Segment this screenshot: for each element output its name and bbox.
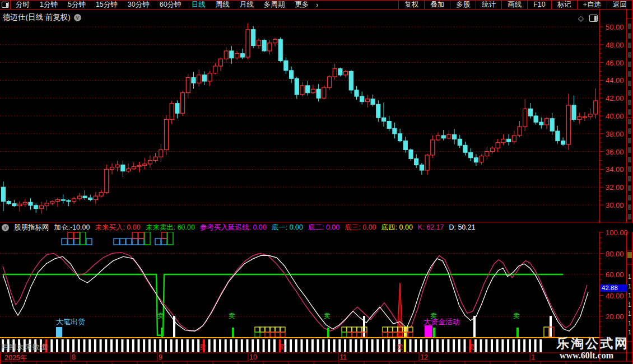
collapse-icon[interactable]: v bbox=[74, 14, 81, 21]
strip-digit: 1 bbox=[628, 273, 631, 280]
price-axis-label: 36.00 bbox=[606, 148, 624, 156]
indicator-axis-label: 40.00 bbox=[606, 292, 624, 300]
pattern-blocks bbox=[62, 232, 173, 245]
indicator-header-value: 底二: 0.00 bbox=[308, 223, 339, 232]
indicator-current-value: 42.88 bbox=[600, 284, 627, 292]
price-axis-label: 46.00 bbox=[606, 59, 624, 67]
indicator-header-value: 股朋指标网 bbox=[14, 223, 49, 232]
strip-digit: 1 bbox=[628, 283, 631, 290]
indicator-header-value: 底一: 0.00 bbox=[272, 223, 303, 232]
sell-marker-label: 卖 bbox=[157, 311, 164, 321]
sell-marker-label: 卖 bbox=[324, 311, 331, 321]
bar-comb bbox=[2, 339, 542, 352]
main-gridlines bbox=[0, 27, 598, 205]
price-axis-label: 48.00 bbox=[606, 41, 624, 49]
stock-title: 德迈仕(日线 前复权) bbox=[3, 12, 71, 22]
strip-digit: 1 bbox=[628, 310, 631, 317]
candlestick-series bbox=[2, 24, 598, 214]
indicator-collapse-icon[interactable]: v bbox=[2, 224, 9, 231]
price-axis-label: 34.00 bbox=[606, 165, 624, 174]
chart-frame bbox=[0, 0, 633, 364]
chart-canvas[interactable] bbox=[0, 0, 633, 364]
window-icons: ◇ bbox=[578, 14, 598, 22]
strip-digit: 1 bbox=[628, 292, 631, 298]
date-label: 8 bbox=[72, 353, 76, 361]
sell-marker-label: 卖 bbox=[229, 311, 235, 321]
price-axis-label: 44.00 bbox=[606, 76, 624, 85]
app-window: 分时1分钟5分钟15分钟30分钟60分钟日线周线月线多周期更多› 复权叠加多股统… bbox=[0, 0, 633, 364]
indicator-axis-label: 20.00 bbox=[606, 312, 624, 321]
sell-marker-label-red: 卖 bbox=[397, 343, 403, 352]
indicator-header: v 股朋指标网加仓:-10.00未来买入: 0.00未来卖出: 60.00参考买… bbox=[0, 223, 633, 232]
indicator-header-value: 底三: 0.00 bbox=[345, 223, 376, 232]
strip-digit: 1 bbox=[628, 301, 631, 308]
signal-bars bbox=[0, 316, 599, 338]
indicator-header-value: 参考买入延迟线: 0.00 bbox=[200, 223, 267, 232]
indicator-header-value: 底四: 0.00 bbox=[381, 223, 413, 232]
indicator-axis-label: 100.00 bbox=[606, 228, 628, 237]
indicator-pane bbox=[0, 253, 598, 337]
date-label: 9 bbox=[159, 353, 162, 361]
indicator-header-value: K: 62.17 bbox=[418, 223, 444, 231]
future-data-note: 用到未来数据 bbox=[1, 342, 48, 352]
indicator-axis-label: 60.00 bbox=[606, 270, 624, 279]
watermark-site-name: 乐淘公式网 bbox=[556, 335, 629, 352]
indicator-header-value: 未来卖出: 60.00 bbox=[146, 223, 195, 232]
date-label: 11 bbox=[339, 353, 347, 361]
watermark-url: www.60lt.com bbox=[560, 351, 613, 361]
date-label: 2025年 bbox=[4, 353, 27, 363]
sell-marker-label: 卖 bbox=[513, 311, 520, 321]
indicator-header-value: D: 50.21 bbox=[449, 223, 475, 231]
sell-marker-label-red: 卖 bbox=[199, 343, 206, 352]
k-line bbox=[3, 255, 588, 331]
sell-marker-label-red: 卖 bbox=[468, 343, 475, 352]
date-axis bbox=[0, 353, 633, 364]
strip-digit: 1 bbox=[628, 320, 631, 326]
price-axis-label: 42.00 bbox=[606, 94, 624, 102]
big-money-label: 大资金活动 bbox=[423, 317, 460, 327]
date-label: 12 bbox=[420, 353, 428, 361]
title-row: 德迈仕(日线 前复权) v bbox=[3, 12, 81, 22]
indicator-header-value: 未来买入: 0.00 bbox=[95, 223, 140, 232]
price-axis-label: 38.00 bbox=[606, 130, 624, 138]
price-axis-label: 50.00 bbox=[606, 23, 624, 31]
dual-pane-icon[interactable] bbox=[589, 15, 598, 22]
price-axis-label: 30.00 bbox=[606, 201, 624, 209]
indicator-axis-label: 80.00 bbox=[606, 250, 624, 258]
diamond-icon[interactable]: ◇ bbox=[578, 14, 584, 22]
date-label: 10 bbox=[249, 353, 257, 361]
price-axis-label: 40.00 bbox=[606, 112, 624, 120]
price-axis-label: 32.00 bbox=[606, 183, 624, 192]
d-line bbox=[3, 253, 587, 332]
date-label: 1 bbox=[531, 353, 535, 361]
big-sell-label: 大笔出货 bbox=[56, 317, 85, 327]
indicator-header-value: 加仓:-10.00 bbox=[54, 223, 90, 232]
sell-marker-label-red: 卖 bbox=[279, 343, 286, 352]
